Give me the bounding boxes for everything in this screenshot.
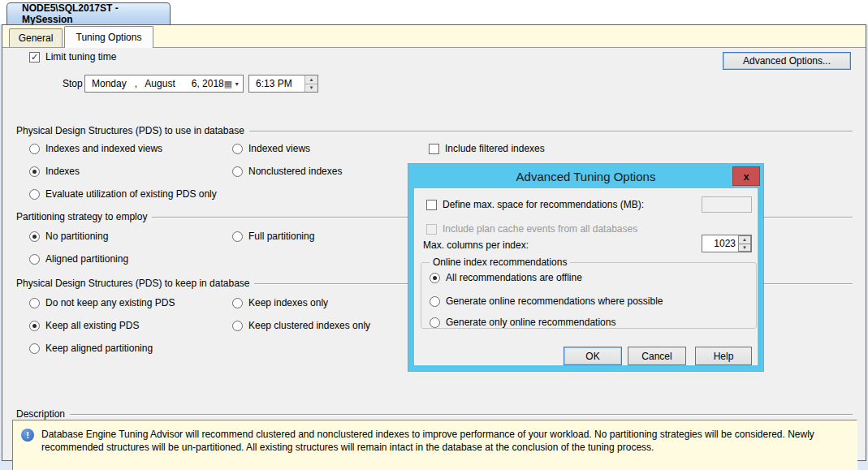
stop-date-value: Monday , August 6, 2018: [92, 78, 224, 89]
help-button[interactable]: Help: [695, 347, 752, 365]
radio-label: Evaluate utilization of existing PDS onl…: [45, 188, 217, 200]
tab-tuning-options-label: Tuning Options: [76, 32, 142, 43]
checkbox-label: Include plan cache events from all datab…: [443, 223, 637, 235]
cancel-button[interactable]: Cancel: [628, 347, 686, 365]
limit-tuning-time-checkbox[interactable]: ✓ Limit tuning time: [29, 51, 116, 63]
radio-icon: [232, 321, 243, 331]
radio-icon: [29, 144, 40, 154]
group-divider-line: [70, 414, 853, 415]
include-filtered-indexes-checkbox[interactable]: Include filtered indexes: [429, 143, 545, 154]
radio-indexes[interactable]: Indexes: [29, 166, 80, 177]
dialog-title: Advanced Tuning Options: [516, 170, 656, 183]
radio-icon: [29, 189, 40, 200]
radio-selected-icon: [29, 321, 40, 331]
radio-icon: [232, 144, 243, 154]
checkbox-disabled-icon: [426, 224, 437, 235]
radio-all-recommendations-offline[interactable]: All recommendations are offline: [430, 272, 582, 283]
radio-selected-icon: [430, 273, 440, 283]
radio-label: Indexed views: [248, 143, 310, 154]
stop-time-spinner[interactable]: 6:13 PM ▲ ▼: [248, 75, 318, 93]
advanced-options-button[interactable]: Advanced Options...: [723, 52, 851, 70]
pds-use-group-header: Physical Design Structures (PDS) to use …: [16, 125, 853, 136]
tab-general-label: General: [19, 32, 54, 44]
max-space-input[interactable]: [702, 196, 752, 213]
radio-icon: [29, 343, 40, 354]
spin-up-icon[interactable]: ▲: [738, 235, 751, 244]
radio-full-partitioning[interactable]: Full partitioning: [232, 231, 314, 242]
spin-down-icon[interactable]: ▼: [738, 244, 751, 252]
close-icon[interactable]: x: [732, 166, 760, 186]
max-columns-spinner[interactable]: 1023 ▲ ▼: [702, 235, 752, 252]
radio-icon: [430, 296, 440, 307]
radio-online-where-possible[interactable]: Generate online recommendations where po…: [430, 295, 663, 307]
radio-label: No partitioning: [45, 231, 108, 242]
radio-aligned-partitioning[interactable]: Aligned partitioning: [29, 253, 128, 265]
radio-label: Nonclustered indexes: [248, 166, 342, 177]
stop-date-picker[interactable]: Monday , August 6, 2018 ▦ ▼: [84, 75, 244, 93]
time-spin-down-icon[interactable]: ▼: [305, 84, 317, 93]
radio-label: Full partitioning: [248, 231, 314, 242]
radio-icon: [29, 254, 40, 265]
ok-button[interactable]: OK: [564, 347, 622, 365]
radio-only-online[interactable]: Generate only online recommendations: [430, 317, 615, 328]
checkbox-icon: [429, 144, 439, 154]
checkbox-icon: [426, 200, 437, 210]
radio-selected-icon: [29, 166, 40, 177]
session-document-tab[interactable]: NODE5\SQL2017ST - MySession: [6, 2, 171, 24]
description-group-title: Description: [16, 408, 65, 420]
radio-label: Indexes: [45, 166, 80, 177]
radio-indexes-and-indexed-views[interactable]: Indexes and indexed views: [29, 143, 162, 154]
dialog-body: Define max. space for recommendations (M…: [414, 188, 758, 365]
dialog-titlebar[interactable]: Advanced Tuning Options: [408, 164, 763, 188]
online-index-recommendations-group: Online index recommendations All recomme…: [421, 262, 757, 329]
radio-label: All recommendations are offline: [446, 272, 582, 283]
radio-keep-indexes-only[interactable]: Keep indexes only: [232, 297, 328, 308]
radio-label: Keep all existing PDS: [45, 320, 139, 331]
radio-label: Keep aligned partitioning: [45, 343, 153, 354]
description-text: Database Engine Tuning Advisor will reco…: [41, 428, 847, 454]
checkbox-checked-icon: ✓: [29, 52, 40, 63]
online-group-title: Online index recommendations: [430, 257, 570, 268]
checkbox-label: Include filtered indexes: [445, 143, 545, 154]
group-divider-line: [249, 131, 853, 132]
radio-label: Do not keep any existing PDS: [45, 297, 175, 308]
date-dropdown-arrow-icon[interactable]: ▼: [234, 81, 240, 87]
radio-icon: [232, 166, 243, 177]
radio-icon: [232, 298, 243, 308]
radio-label: Aligned partitioning: [45, 253, 128, 265]
radio-no-partitioning[interactable]: No partitioning: [29, 231, 108, 242]
limit-tuning-time-label: Limit tuning time: [45, 51, 116, 63]
radio-do-not-keep-pds[interactable]: Do not keep any existing PDS: [29, 297, 175, 308]
tab-tuning-options[interactable]: Tuning Options: [64, 26, 153, 48]
max-columns-label: Max. columns per index:: [423, 239, 529, 251]
max-columns-value: 1023: [702, 238, 738, 249]
radio-selected-icon: [29, 231, 40, 242]
radio-icon: [232, 231, 243, 242]
radio-label: Keep clustered indexes only: [248, 320, 370, 331]
calendar-icon[interactable]: ▦: [224, 79, 232, 89]
radio-indexed-views[interactable]: Indexed views: [232, 143, 310, 154]
radio-label: Generate only online recommendations: [446, 317, 615, 328]
pds-keep-group-title: Physical Design Structures (PDS) to keep…: [16, 278, 249, 289]
define-max-space-checkbox[interactable]: Define max. space for recommendations (M…: [426, 199, 644, 210]
time-spin-up-icon[interactable]: ▲: [305, 75, 317, 84]
partitioning-group-title: Partitioning strategy to employ: [16, 211, 147, 222]
radio-keep-clustered-indexes-only[interactable]: Keep clustered indexes only: [232, 320, 370, 331]
checkbox-label: Define max. space for recommendations (M…: [443, 199, 644, 210]
info-icon: !: [21, 429, 34, 442]
tab-general[interactable]: General: [9, 28, 63, 47]
advanced-tuning-options-dialog: Advanced Tuning Options x Define max. sp…: [408, 164, 763, 371]
tuning-advisor-window: NODE5\SQL2017ST - MySession General Tuni…: [0, 0, 868, 470]
radio-evaluate-existing-pds[interactable]: Evaluate utilization of existing PDS onl…: [29, 188, 217, 200]
radio-icon: [430, 317, 440, 328]
radio-keep-all-existing-pds[interactable]: Keep all existing PDS: [29, 320, 139, 331]
radio-label: Generate online recommendations where po…: [446, 295, 663, 307]
description-panel: ! Database Engine Tuning Advisor will re…: [12, 420, 857, 470]
radio-icon: [29, 298, 40, 308]
pds-use-group-title: Physical Design Structures (PDS) to use …: [16, 125, 244, 136]
radio-keep-aligned-partitioning[interactable]: Keep aligned partitioning: [29, 343, 153, 354]
description-group-header: Description: [16, 408, 853, 420]
radio-nonclustered-indexes[interactable]: Nonclustered indexes: [232, 166, 342, 177]
include-plan-cache-checkbox: Include plan cache events from all datab…: [426, 223, 637, 235]
radio-label: Keep indexes only: [248, 297, 328, 308]
